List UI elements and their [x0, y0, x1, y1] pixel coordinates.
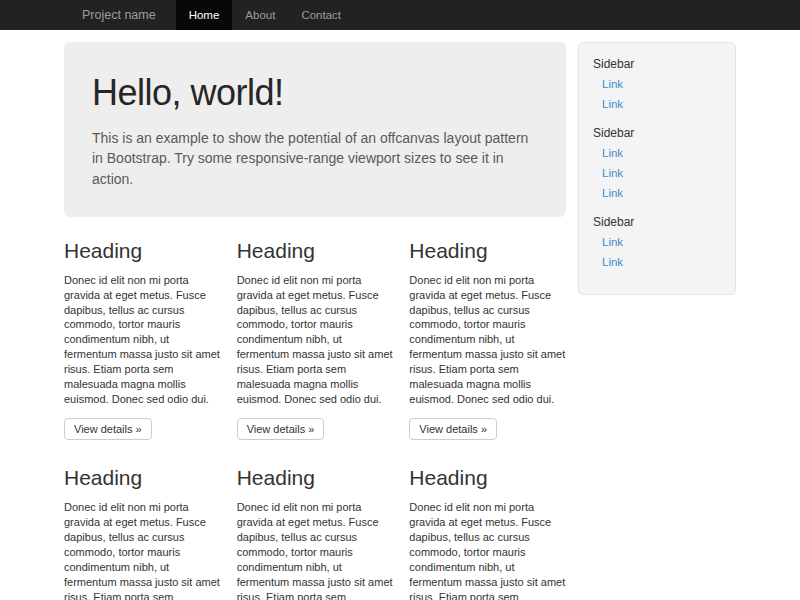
card-body-text: Donec id elit non mi porta gravida at eg…	[237, 273, 394, 407]
cards-row-2: Heading Donec id elit non mi porta gravi…	[64, 466, 566, 600]
sidebar-group-3: Sidebar Link Link	[593, 215, 721, 272]
content-card: Heading Donec id elit non mi porta gravi…	[409, 466, 566, 600]
nav-item-contact[interactable]: Contact	[288, 0, 354, 30]
sidebar-link[interactable]: Link	[593, 163, 721, 183]
sidebar-link[interactable]: Link	[593, 232, 721, 252]
sidebar-link[interactable]: Link	[593, 183, 721, 203]
sidebar-group-title: Sidebar	[593, 215, 721, 229]
sidebar-link[interactable]: Link	[593, 143, 721, 163]
card-body-text: Donec id elit non mi porta gravida at eg…	[237, 500, 394, 600]
sidebar-group-title: Sidebar	[593, 126, 721, 140]
view-details-button[interactable]: View details »	[237, 418, 325, 440]
main-column: Hello, world! This is an example to show…	[64, 30, 566, 600]
jumbotron-text: This is an example to show the potential…	[92, 128, 532, 189]
card-body-text: Donec id elit non mi porta gravida at eg…	[409, 500, 566, 600]
content-card: Heading Donec id elit non mi porta gravi…	[409, 239, 566, 441]
cards-row-1: Heading Donec id elit non mi porta gravi…	[64, 239, 566, 441]
content-card: Heading Donec id elit non mi porta gravi…	[64, 239, 221, 441]
navbar-inner: Project name Home About Contact	[64, 0, 736, 30]
sidebar-link[interactable]: Link	[593, 94, 721, 114]
navbar: Project name Home About Contact	[0, 0, 800, 30]
content-card: Heading Donec id elit non mi porta gravi…	[237, 239, 394, 441]
content-card: Heading Donec id elit non mi porta gravi…	[237, 466, 394, 600]
card-heading: Heading	[237, 239, 394, 263]
card-body-text: Donec id elit non mi porta gravida at eg…	[64, 500, 221, 600]
sidebar-group-1: Sidebar Link Link	[593, 57, 721, 114]
card-heading: Heading	[409, 466, 566, 490]
card-heading: Heading	[64, 239, 221, 263]
page-title: Hello, world!	[92, 72, 538, 114]
card-heading: Heading	[409, 239, 566, 263]
sidebar-link[interactable]: Link	[593, 252, 721, 272]
content-card: Heading Donec id elit non mi porta gravi…	[64, 466, 221, 600]
jumbotron: Hello, world! This is an example to show…	[64, 42, 566, 217]
card-body-text: Donec id elit non mi porta gravida at eg…	[64, 273, 221, 407]
sidebar-group-2: Sidebar Link Link Link	[593, 126, 721, 203]
nav-item-home[interactable]: Home	[176, 0, 233, 30]
card-body-text: Donec id elit non mi porta gravida at eg…	[409, 273, 566, 407]
view-details-button[interactable]: View details »	[409, 418, 497, 440]
nav-item-about[interactable]: About	[232, 0, 288, 30]
card-heading: Heading	[64, 466, 221, 490]
content-row: Hello, world! This is an example to show…	[64, 30, 736, 600]
brand-link[interactable]: Project name	[64, 0, 176, 30]
view-details-button[interactable]: View details »	[64, 418, 152, 440]
card-heading: Heading	[237, 466, 394, 490]
sidebar-link[interactable]: Link	[593, 74, 721, 94]
sidebar-group-title: Sidebar	[593, 57, 721, 71]
sidebar: Sidebar Link Link Sidebar Link Link Link…	[578, 42, 736, 295]
page-container: Hello, world! This is an example to show…	[64, 30, 736, 600]
